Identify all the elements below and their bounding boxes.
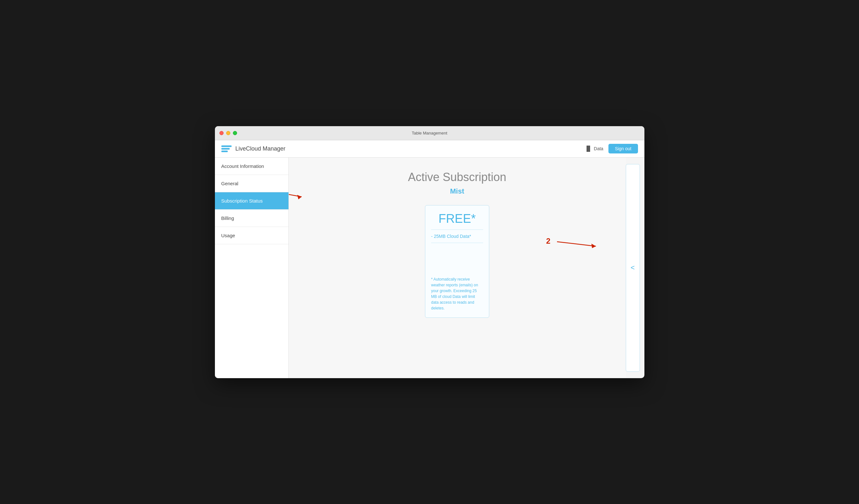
svg-marker-2	[297, 195, 302, 199]
right-panel[interactable]: <	[626, 164, 640, 372]
sidebar-item-usage[interactable]: Usage	[215, 227, 288, 244]
navbar: LiveCloud Manager ▐▌ Data Sign out	[215, 140, 644, 158]
main-layout: Account Information General Subscription…	[215, 158, 644, 378]
page-title: Active Subscription	[408, 171, 506, 184]
chevron-left-icon: <	[631, 264, 635, 272]
data-link[interactable]: ▐▌ Data	[585, 146, 603, 152]
brand: LiveCloud Manager	[221, 145, 286, 152]
card-note: * Automatically receive weather reports …	[431, 277, 483, 311]
window-title: Table Management	[412, 131, 448, 136]
chart-icon: ▐▌	[585, 146, 592, 152]
minimize-button[interactable]	[226, 131, 230, 135]
window-controls	[220, 131, 237, 135]
signout-button[interactable]: Sign out	[608, 144, 638, 154]
sidebar-item-general[interactable]: General	[215, 175, 288, 192]
arrow-1-svg: 1	[289, 183, 308, 203]
app-window: Table Management LiveCloud Manager ▐▌ Da…	[215, 126, 644, 378]
card-area: FREE* - 25MB Cloud Data* * Automatically…	[295, 205, 619, 318]
sidebar-item-billing[interactable]: Billing	[215, 210, 288, 227]
content-area: 1 Active Subscription Mist FREE* - 25MB …	[289, 158, 626, 378]
card-price: FREE*	[431, 212, 483, 230]
maximize-button[interactable]	[233, 131, 237, 135]
brand-icon	[221, 145, 231, 152]
sidebar-item-account-information[interactable]: Account Information	[215, 158, 288, 175]
subscription-card: FREE* - 25MB Cloud Data* * Automatically…	[425, 205, 489, 318]
brand-name: LiveCloud Manager	[236, 145, 286, 152]
card-features: - 25MB Cloud Data*	[431, 234, 483, 243]
navbar-actions: ▐▌ Data Sign out	[585, 144, 638, 154]
svg-line-1	[289, 190, 302, 197]
data-label: Data	[594, 146, 604, 151]
titlebar: Table Management	[215, 126, 644, 140]
sidebar-item-subscription-status[interactable]: Subscription Status	[215, 192, 288, 210]
subscription-name: Mist	[450, 187, 464, 195]
sidebar: Account Information General Subscription…	[215, 158, 289, 378]
annotation-1: 1	[289, 183, 308, 204]
close-button[interactable]	[220, 131, 224, 135]
